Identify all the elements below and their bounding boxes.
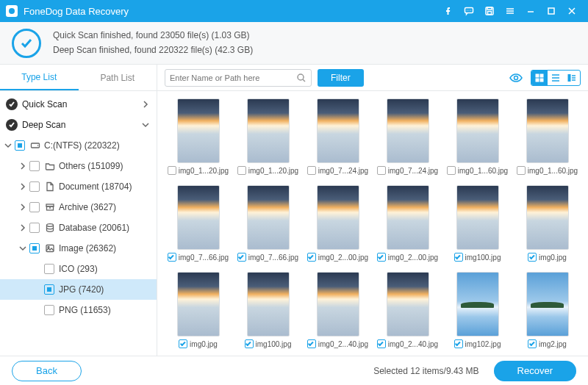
thumbnail[interactable]: img0_7...24.jpg [306,98,370,175]
chevron-down-icon [18,245,28,252]
tree-deep-scan[interactable]: Deep Scan [0,115,157,135]
facebook-icon[interactable] [438,0,459,22]
checkbox[interactable] [528,339,537,348]
thumbnail[interactable]: img100.jpg [445,185,509,262]
minimize-icon[interactable] [520,0,541,22]
tree-drive[interactable]: C:(NTFS) (220322) [0,135,157,156]
thumbnail-image [247,272,290,337]
svg-point-3 [470,10,471,10]
preview-icon[interactable] [507,70,525,86]
tree-quick-scan[interactable]: Quick Scan [0,94,157,115]
thumbnail[interactable]: img0_1...20.jpg [166,98,230,175]
tree-png[interactable]: PNG (11653) [0,300,157,320]
thumbnail-label: img100.jpg [245,339,292,348]
maximize-icon[interactable] [541,0,562,22]
thumbnail[interactable]: img100.jpg [236,272,300,348]
close-icon[interactable] [562,0,582,22]
thumbnail[interactable]: img0.jpg [166,272,230,348]
chevron-down-icon [3,142,13,149]
svg-rect-5 [487,7,492,10]
checkbox[interactable] [307,253,316,262]
thumbnail[interactable]: img0_7...66.jpg [166,185,230,262]
svg-point-12 [47,224,54,227]
thumbnail-label: img0_2...00.jpg [307,253,368,262]
thumbnail-grid: img0_1...20.jpgimg0_1...20.jpgimg0_7...2… [157,91,588,356]
checkbox[interactable] [307,166,316,175]
checkbox[interactable] [377,253,386,262]
filter-button[interactable]: Filter [318,69,364,87]
checkbox[interactable] [237,166,246,175]
feedback-icon[interactable] [459,0,479,22]
checkbox[interactable] [307,339,316,348]
thumbnail-name: img0_2...00.jpg [388,253,438,262]
tree-ico[interactable]: ICO (293) [0,259,157,279]
checkbox[interactable] [245,339,254,348]
checkbox[interactable] [377,339,386,348]
checkbox[interactable] [517,166,526,175]
thumbnail[interactable]: img0_2...00.jpg [376,185,440,262]
thumbnail-name: img0_1...60.jpg [458,167,508,175]
checkbox[interactable] [237,253,246,262]
thumbnail-image [526,98,569,163]
thumbnail-label: img0_2...40.jpg [307,339,368,348]
search-input[interactable] [165,69,312,87]
checkbox[interactable] [29,243,40,253]
checkbox[interactable] [15,140,25,151]
thumbnail[interactable]: img0_2...40.jpg [376,272,440,348]
thumbnail[interactable]: img0_2...40.jpg [306,272,370,348]
thumbnail[interactable]: img0_1...60.jpg [445,98,509,175]
view-list-icon[interactable] [548,71,564,85]
svg-rect-17 [536,74,539,77]
recover-button[interactable]: Recover [494,361,576,381]
checkbox[interactable] [168,166,176,175]
thumbnail[interactable]: img0.jpg [515,185,579,262]
chevron-down-icon [140,121,151,129]
tree-document[interactable]: Document (18704) [0,176,157,197]
thumbnail[interactable]: img102.jpg [445,272,509,348]
search-field[interactable] [170,73,296,82]
checkbox[interactable] [44,264,54,274]
toolbar: Filter [157,65,588,91]
checkbox[interactable] [454,253,463,262]
checkbox[interactable] [29,223,40,233]
checkbox[interactable] [44,284,54,295]
thumbnail[interactable]: img0_2...00.jpg [306,185,370,262]
checkbox[interactable] [377,166,386,175]
checkbox[interactable] [29,161,40,171]
app-logo [6,5,18,17]
tree-database[interactable]: Database (20061) [0,217,157,238]
tab-path-list[interactable]: Path List [79,65,157,90]
thumbnail[interactable]: img0_1...60.jpg [515,98,579,175]
tree-image[interactable]: Image (26362) [0,238,157,259]
svg-rect-21 [568,74,570,81]
checkbox[interactable] [29,202,40,212]
thumbnail[interactable]: img0_7...24.jpg [376,98,440,175]
thumbnail-label: img2.jpg [528,339,567,348]
checkbox[interactable] [179,339,187,348]
thumbnail-name: img0_2...00.jpg [318,253,368,262]
tree-archive[interactable]: Archive (3627) [0,197,157,217]
thumbnail-name: img0_1...60.jpg [528,167,578,175]
view-grid-icon[interactable] [531,71,548,85]
menu-icon[interactable] [500,0,520,22]
checkbox[interactable] [168,253,176,262]
checkbox[interactable] [29,181,40,192]
thumbnail[interactable]: img0_1...20.jpg [236,98,300,175]
checkbox[interactable] [528,253,537,262]
thumbnail[interactable]: img2.jpg [515,272,579,348]
checkbox[interactable] [454,339,463,348]
view-detail-icon[interactable] [564,71,580,85]
thumbnail-label: img100.jpg [454,253,501,262]
svg-rect-20 [540,79,543,82]
tree-others[interactable]: Others (151099) [0,156,157,176]
tab-type-list[interactable]: Type List [0,65,79,90]
save-icon[interactable] [479,0,500,22]
checkbox[interactable] [447,166,456,175]
thumbnail-image [247,185,290,250]
tree-jpg[interactable]: JPG (7420) [0,279,157,300]
thumbnail[interactable]: img0_7...66.jpg [236,185,300,262]
titlebar: FoneDog Data Recovery [0,0,588,22]
status-deepscan: Deep Scan finished, found 220322 file(s)… [53,43,253,57]
back-button[interactable]: Back [12,361,82,381]
checkbox[interactable] [44,305,54,315]
